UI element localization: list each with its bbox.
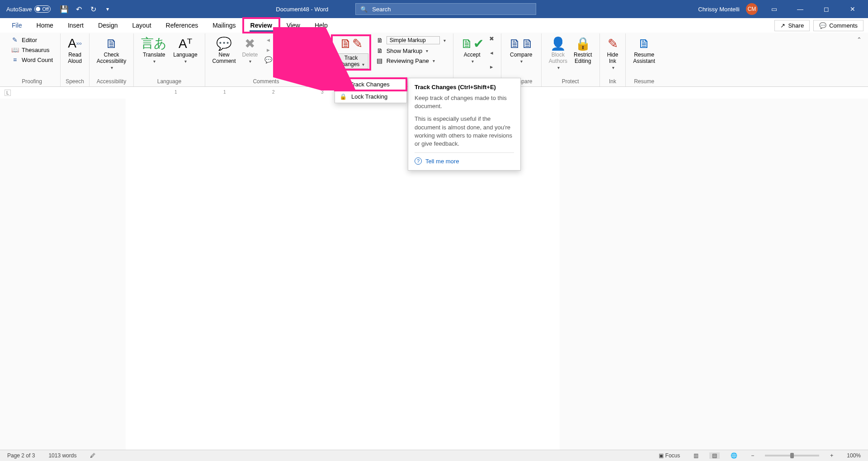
group-label: Accessibility [94,78,129,86]
comments-button[interactable]: 💬Comments [813,20,863,31]
display-for-review[interactable]: 🗎Simple Markup▾ [373,35,448,45]
group-protect: 👤Block Authors▾ 🔒Restrict Editing Protec… [542,33,600,86]
tab-view[interactable]: View [279,18,307,33]
read-aloud-icon: A››› [68,36,82,51]
compare-button[interactable]: 🗎🗎Compare▾ [506,35,537,71]
accept-button[interactable]: 🗎✔Accept▾ [458,35,486,71]
undo-icon[interactable]: ↶ [72,3,85,15]
check-accessibility-button[interactable]: 🗎Check Accessibility▾ [94,35,129,71]
tab-home[interactable]: Home [29,18,61,33]
chevron-down-icon: ▾ [184,59,187,64]
block-authors-icon: 👤 [550,36,566,51]
next-icon: ▸ [264,46,272,53]
word-count-button[interactable]: ≡Word Count [8,55,56,64]
tooltip-text: Keep track of changes made to this docum… [415,94,514,110]
maximize-icon[interactable]: ◻ [816,2,836,16]
focus-mode-button[interactable]: ▣Focus [656,452,683,459]
show-comments-button[interactable]: 💬Show Comments [261,55,322,64]
markup-icon: 🗎 [376,37,384,44]
translate-button[interactable]: 言あTranslate▾ [138,35,170,71]
group-label: Resume [630,78,658,86]
block-authors-button[interactable]: 👤Block Authors▾ [546,35,570,71]
translate-icon: 言あ [141,36,167,51]
ribbon-display-icon[interactable]: ▭ [764,2,784,16]
hide-ink-icon: ✎ [608,36,618,51]
reject-button[interactable]: ✖ [487,35,496,43]
track-changes-button[interactable]: 🗎✎ Track Changes ▾ [332,35,370,70]
document-title: Document48 - Word [276,6,328,13]
share-button[interactable]: ↗Share [774,20,810,31]
new-comment-button[interactable]: 💬New Comment [210,35,239,71]
editor-button[interactable]: ✎Editor [8,35,56,44]
save-icon[interactable]: 💾 [58,3,71,15]
tab-references[interactable]: References [159,18,206,33]
previous-change-button[interactable]: ◂ [487,49,496,57]
group-label: Speech [65,78,85,86]
tab-review[interactable]: Review [243,18,279,33]
ribbon-tabs: File Home Insert Design Layout Reference… [0,18,868,33]
print-layout-icon[interactable]: ▤ [709,452,720,459]
accept-icon: 🗎✔ [461,36,484,51]
chevron-down-icon: ▾ [443,38,446,43]
focus-icon: ▣ [659,452,664,459]
group-resume: 🗎Resume Assistant Resume [626,33,662,86]
group-label: Comments [210,78,323,86]
tab-help[interactable]: Help [307,18,335,33]
collapse-ribbon-icon[interactable]: ⌃ [854,33,864,86]
zoom-slider[interactable] [765,455,819,456]
autosave-control[interactable]: AutoSave Off [3,5,54,13]
word-count[interactable]: 1013 words [46,452,79,459]
thesaurus-button[interactable]: 📖Thesaurus [8,45,56,54]
reviewing-pane-icon: ▤ [376,57,384,64]
read-mode-icon[interactable]: ▥ [691,452,701,459]
language-button[interactable]: AᵀLanguage▾ [170,35,200,71]
group-label: Protect [546,78,595,86]
next-comment-button[interactable]: ▸Next [261,45,322,54]
delete-comment-button[interactable]: ✖Delete▾ [240,35,261,71]
tell-me-more-link[interactable]: ?Tell me more [415,157,514,165]
hide-ink-button[interactable]: ✎Hide Ink▾ [604,35,621,71]
autosave-toggle[interactable]: Off [34,5,51,13]
tab-file[interactable]: File [5,18,29,33]
tab-design[interactable]: Design [91,18,125,33]
user-name[interactable]: Chrissy Montelli [698,6,740,13]
show-markup-button[interactable]: 🗎Show Markup▾ [373,46,448,55]
lock-tracking-menuitem[interactable]: 🔒 Lock Tracking [335,90,406,103]
tab-insert[interactable]: Insert [61,18,91,33]
qat-more-icon[interactable]: ▾ [101,3,114,15]
chevron-down-icon: ▾ [111,65,113,70]
search-icon: 🔍 [360,6,368,13]
lock-icon: 🔒 [575,36,591,51]
restrict-editing-button[interactable]: 🔒Restrict Editing [571,35,595,71]
autosave-label: AutoSave [6,6,32,13]
show-comments-icon: 💬 [264,56,272,63]
track-changes-menuitem[interactable]: 🗎 Track Changes [335,78,406,90]
close-icon[interactable]: ✕ [843,2,863,16]
spell-check-icon[interactable]: 🖉 [87,452,98,459]
resume-assistant-button[interactable]: 🗎Resume Assistant [630,35,658,71]
reviewing-pane-button[interactable]: ▤Reviewing Pane▾ [373,56,448,65]
tab-mailings[interactable]: Mailings [205,18,243,33]
titlebar: AutoSave Off 💾 ↶ ↻ ▾ Document48 - Word 🔍… [0,0,868,18]
search-input[interactable]: 🔍 Search [355,3,536,15]
tab-selector[interactable]: L [5,90,11,96]
minimize-icon[interactable]: — [790,2,810,16]
next-change-button[interactable]: ▸ [487,63,496,71]
tab-layout[interactable]: Layout [125,18,159,33]
previous-comment-button[interactable]: ◂Previous [261,35,322,44]
zoom-out-button[interactable]: − [748,452,757,459]
group-label: Ink [604,78,621,86]
comments-icon: 💬 [819,22,826,29]
web-layout-icon[interactable]: 🌐 [728,452,740,459]
track-changes-tooltip: Track Changes (Ctrl+Shift+E) Keep track … [408,78,521,171]
redo-icon[interactable]: ↻ [87,3,99,15]
delete-comment-icon: ✖ [245,36,255,51]
page-number[interactable]: Page 2 of 3 [5,452,38,459]
chevron-down-icon: ▾ [612,65,614,70]
group-language: 言あTranslate▾ AᵀLanguage▾ Language [134,33,205,86]
chevron-down-icon: ▾ [557,65,560,70]
zoom-level[interactable]: 100% [844,452,863,459]
read-aloud-button[interactable]: A›››Read Aloud [65,35,85,71]
zoom-in-button[interactable]: + [827,452,836,459]
avatar[interactable]: CM [746,3,758,15]
